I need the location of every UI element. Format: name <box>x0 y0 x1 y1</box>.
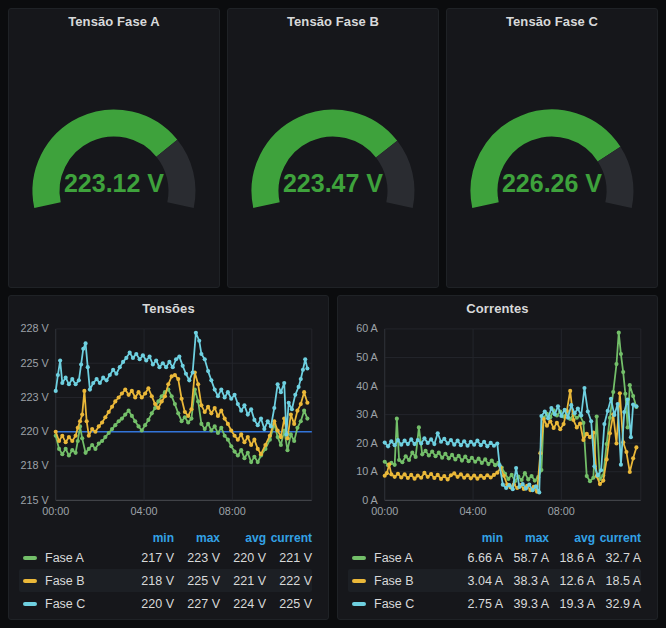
svg-text:220 V: 220 V <box>21 425 50 437</box>
series-name[interactable]: Fase B <box>45 574 128 588</box>
legend-value-max: 225 V <box>174 574 220 588</box>
series-color-marker <box>23 556 37 560</box>
series-name[interactable]: Fase C <box>374 597 457 611</box>
panel-tensao-fase-b: Tensão Fase B 223.47 V <box>227 8 439 288</box>
series-name[interactable]: Fase B <box>374 574 457 588</box>
series-color-marker <box>23 579 37 583</box>
svg-text:223 V: 223 V <box>21 391 50 403</box>
panel-tensao-fase-a: Tensão Fase A 223.12 V <box>8 8 220 288</box>
tensoes-legend: minmaxavgcurrentFase A217 V223 V220 V221… <box>19 529 312 615</box>
legend-column-current[interactable]: current <box>266 531 312 545</box>
legend-value-min: 220 V <box>128 597 174 611</box>
gauge-value-fase-c: 226.26 V <box>452 169 652 198</box>
svg-text:04:00: 04:00 <box>131 505 158 517</box>
legend-value-max: 39.3 A <box>503 597 549 611</box>
legend-value-current: 18.5 A <box>595 574 641 588</box>
legend-value-min: 217 V <box>128 551 174 565</box>
legend-row-fase-c[interactable]: Fase C220 V227 V224 V225 V <box>19 592 312 615</box>
legend-value-current: 222 V <box>266 574 312 588</box>
correntes-legend: minmaxavgcurrentFase A6.66 A58.7 A18.6 A… <box>348 529 641 615</box>
panel-title-tensao-fase-c[interactable]: Tensão Fase C <box>506 9 598 35</box>
series-name[interactable]: Fase A <box>45 551 128 565</box>
series-name[interactable]: Fase C <box>45 597 128 611</box>
gauge-value-fase-a: 223.12 V <box>14 169 214 198</box>
panel-title-tensoes[interactable]: Tensões <box>9 296 328 322</box>
svg-text:225 V: 225 V <box>21 357 50 369</box>
gauge-arc-fase-b <box>233 95 433 229</box>
legend-column-min[interactable]: min <box>128 531 174 545</box>
legend-value-current: 225 V <box>266 597 312 611</box>
svg-text:0 A: 0 A <box>362 494 378 506</box>
legend-row-fase-c[interactable]: Fase C2.75 A39.3 A19.3 A32.9 A <box>348 592 641 615</box>
svg-text:60 A: 60 A <box>356 324 378 334</box>
svg-text:10 A: 10 A <box>356 465 378 477</box>
legend-column-avg[interactable]: avg <box>220 531 266 545</box>
gauge-row: Tensão Fase A 223.12 V Tensão Fase B 223… <box>8 8 658 288</box>
series-color-marker <box>352 579 366 583</box>
legend-value-max: 227 V <box>174 597 220 611</box>
legend-row-fase-a[interactable]: Fase A217 V223 V220 V221 V <box>19 546 312 569</box>
legend-column-current[interactable]: current <box>595 531 641 545</box>
legend-column-max[interactable]: max <box>503 531 549 545</box>
svg-text:218 V: 218 V <box>21 459 50 471</box>
legend-row-fase-b[interactable]: Fase B218 V225 V221 V222 V <box>19 569 312 592</box>
gauge-arc-fase-c <box>452 95 652 229</box>
svg-text:50 A: 50 A <box>356 351 378 363</box>
svg-text:30 A: 30 A <box>356 408 378 420</box>
tensoes-plot-area[interactable]: 228 V225 V223 V220 V218 V215 V00:0004:00… <box>18 324 319 521</box>
gauge-fase-b: 223.47 V <box>233 95 433 229</box>
legend-value-max: 38.3 A <box>503 574 549 588</box>
legend-header: minmaxavgcurrent <box>348 529 641 546</box>
legend-value-avg: 12.6 A <box>549 574 595 588</box>
legend-value-current: 221 V <box>266 551 312 565</box>
series-color-marker <box>23 602 37 606</box>
gauge-value-fase-b: 223.47 V <box>233 169 433 198</box>
svg-text:08:00: 08:00 <box>219 505 246 517</box>
legend-column-max[interactable]: max <box>174 531 220 545</box>
legend-row-fase-b[interactable]: Fase B3.04 A38.3 A12.6 A18.5 A <box>348 569 641 592</box>
legend-value-avg: 224 V <box>220 597 266 611</box>
panel-tensao-fase-c: Tensão Fase C 226.26 V <box>446 8 658 288</box>
panel-title-tensao-fase-b[interactable]: Tensão Fase B <box>287 9 379 35</box>
gauge-fase-c: 226.26 V <box>452 95 652 229</box>
svg-text:04:00: 04:00 <box>460 505 487 517</box>
panel-title-correntes[interactable]: Correntes <box>338 296 657 322</box>
series-name[interactable]: Fase A <box>374 551 457 565</box>
legend-column-min[interactable]: min <box>457 531 503 545</box>
correntes-plot-area[interactable]: 60 A50 A40 A30 A20 A10 A0 A00:0004:0008:… <box>347 324 648 521</box>
legend-value-current: 32.9 A <box>595 597 641 611</box>
svg-text:00:00: 00:00 <box>371 505 398 517</box>
legend-value-min: 6.66 A <box>457 551 503 565</box>
svg-text:228 V: 228 V <box>21 324 50 334</box>
gauge-fase-a: 223.12 V <box>14 95 214 229</box>
legend-header: minmaxavgcurrent <box>19 529 312 546</box>
legend-value-min: 218 V <box>128 574 174 588</box>
legend-value-min: 3.04 A <box>457 574 503 588</box>
series-color-marker <box>352 602 366 606</box>
legend-column-avg[interactable]: avg <box>549 531 595 545</box>
svg-text:215 V: 215 V <box>21 494 50 506</box>
grafana-dashboard: Tensão Fase A 223.12 V Tensão Fase B 223… <box>0 0 666 628</box>
legend-row-fase-a[interactable]: Fase A6.66 A58.7 A18.6 A32.7 A <box>348 546 641 569</box>
series-color-marker <box>352 556 366 560</box>
legend-value-avg: 220 V <box>220 551 266 565</box>
legend-value-max: 223 V <box>174 551 220 565</box>
legend-value-avg: 19.3 A <box>549 597 595 611</box>
panel-tensoes: Tensões 228 V225 V223 V220 V218 V215 V00… <box>8 295 329 620</box>
svg-text:40 A: 40 A <box>356 380 378 392</box>
legend-value-avg: 18.6 A <box>549 551 595 565</box>
legend-value-max: 58.7 A <box>503 551 549 565</box>
gauge-arc-fase-a <box>14 95 214 229</box>
svg-text:00:00: 00:00 <box>42 505 69 517</box>
panel-title-tensao-fase-a[interactable]: Tensão Fase A <box>68 9 160 35</box>
panel-correntes: Correntes 60 A50 A40 A30 A20 A10 A0 A00:… <box>337 295 658 620</box>
legend-value-min: 2.75 A <box>457 597 503 611</box>
legend-value-avg: 221 V <box>220 574 266 588</box>
svg-text:20 A: 20 A <box>356 437 378 449</box>
timeseries-row: Tensões 228 V225 V223 V220 V218 V215 V00… <box>8 295 658 620</box>
legend-value-current: 32.7 A <box>595 551 641 565</box>
svg-text:08:00: 08:00 <box>548 505 575 517</box>
